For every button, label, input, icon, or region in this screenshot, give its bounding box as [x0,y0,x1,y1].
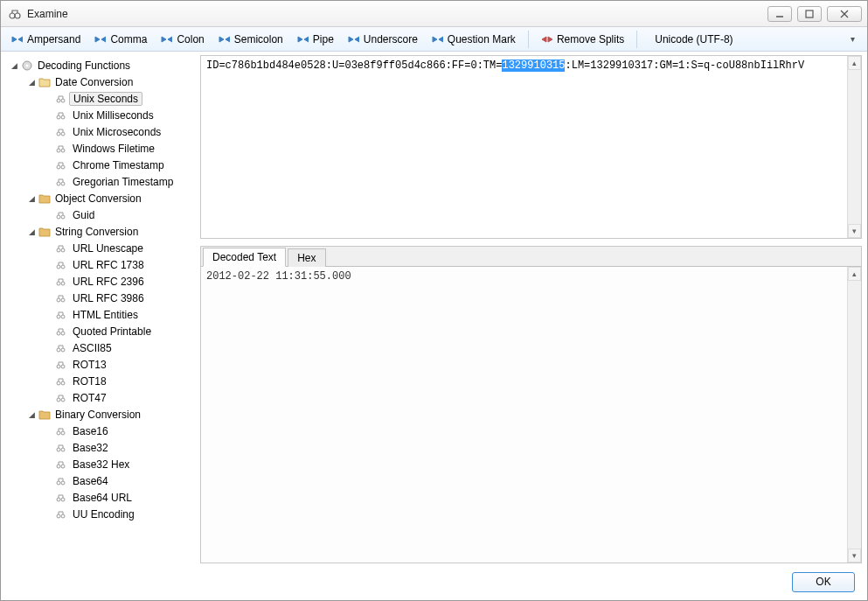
tree-item[interactable]: Base16 [6,423,195,439]
svg-point-21 [61,215,65,219]
tree-panel[interactable]: ◢Decoding Functions◢Date ConversionUnix … [6,55,195,563]
toolbar: Ampersand Comma Colon Semicolon Pipe Und… [1,27,867,52]
tree-item[interactable]: Guid [6,206,195,223]
tree-group[interactable]: ◢Object Conversion [6,190,195,206]
svg-point-42 [57,431,60,435]
tree-item[interactable]: Base64 URL [6,489,195,506]
tree-item[interactable]: Base32 Hex [6,456,195,472]
tree-group[interactable]: ◢String Conversion [6,223,195,240]
button-label: Colon [177,33,204,45]
tree-group[interactable]: ◢Date Conversion [6,73,195,90]
svg-point-7 [26,64,29,66]
split-pipe-button[interactable]: Pipe [292,31,339,47]
expand-icon[interactable]: ◢ [8,61,20,70]
ok-button[interactable]: OK [792,572,855,592]
split-icon [161,33,173,45]
tree-group[interactable]: ◢Binary Conversion [6,406,195,423]
split-icon [432,33,444,45]
tree-item[interactable]: URL RFC 3986 [6,290,195,306]
svg-point-26 [57,282,60,285]
tree-item[interactable]: URL Unescape [6,240,195,256]
tree-node-icon [55,325,69,339]
button-label: Remove Splits [557,33,624,45]
tree-item[interactable]: Unix Milliseconds [6,107,195,123]
tree-node-label: Unix Microseconds [73,126,161,138]
tree-item[interactable]: URL RFC 2396 [6,273,195,290]
footer: OK [1,563,867,600]
svg-point-9 [61,99,65,102]
minimize-button[interactable] [767,6,792,22]
tree-item[interactable]: UU Encoding [6,506,195,522]
tree-node-icon [55,142,69,156]
tree-item[interactable]: Unix Seconds [6,90,195,107]
tree-item[interactable]: Windows Filetime [6,140,195,157]
svg-point-53 [61,514,65,518]
scrollbar[interactable]: ▴ ▾ [847,56,861,238]
encoding-dropdown[interactable]: ▾ [651,31,862,48]
tree-item[interactable]: ROT13 [6,356,195,373]
chevron-down-icon: ▾ [844,34,862,44]
tree-node-label: Unix Seconds [73,93,138,105]
tree-node-label: Quoted Printable [73,325,151,338]
split-icon [11,33,24,45]
tree-item[interactable]: ROT47 [6,389,195,406]
expand-icon[interactable]: ◢ [25,227,38,236]
expand-icon[interactable]: ◢ [25,194,38,203]
input-text[interactable]: ID=c786b1bd484e0528:U=03e8f9ff05d4c866:F… [201,56,847,238]
tree-node-label: Chrome Timestamp [73,159,164,171]
split-semicolon-button[interactable]: Semicolon [213,31,288,47]
tree-item[interactable]: Gregorian Timestamp [6,173,195,190]
svg-point-29 [61,298,65,302]
tree-node-label: ROT18 [73,375,107,388]
split-underscore-button[interactable]: Underscore [343,31,423,47]
split-question-button[interactable]: Question Mark [427,31,521,47]
scroll-up-icon[interactable]: ▴ [848,56,861,70]
tree-item[interactable]: URL RFC 1738 [6,256,195,273]
tree-item[interactable]: Base32 [6,439,195,456]
button-label: Pipe [313,33,334,45]
tab-hex[interactable]: Hex [288,248,325,267]
tree-node-icon [55,108,69,122]
scroll-down-icon[interactable]: ▾ [848,224,861,238]
button-label: Semicolon [234,33,283,45]
svg-point-37 [61,365,65,368]
tree-item[interactable]: Unix Microseconds [6,123,195,140]
tree-node-label: Gregorian Timestamp [73,176,173,188]
svg-point-18 [57,182,60,185]
svg-point-35 [61,348,65,352]
expand-icon[interactable]: ◢ [25,78,38,87]
svg-rect-3 [806,10,813,17]
tree-item[interactable]: ASCII85 [6,339,195,356]
output-area: Decoded Text Hex 2012-02-22 11:31:55.000… [200,246,862,563]
encoding-value[interactable] [651,31,844,48]
decoded-output[interactable]: 2012-02-22 11:31:55.000 [201,267,847,563]
button-label: Ampersand [27,33,80,45]
close-button[interactable] [827,6,862,22]
tree-item[interactable]: Base64 [6,472,195,489]
tree-root[interactable]: ◢Decoding Functions [6,57,195,73]
app-icon [8,7,22,21]
split-comma-button[interactable]: Comma [89,31,152,47]
tree-node-label: Object Conversion [55,192,142,205]
scroll-up-icon[interactable]: ▴ [848,267,861,281]
tree-item[interactable]: HTML Entities [6,306,195,323]
toolbar-separator [636,31,637,48]
tree-item[interactable]: ROT18 [6,373,195,389]
expand-icon[interactable]: ◢ [25,410,38,419]
scrollbar[interactable]: ▴ ▾ [847,267,861,563]
split-colon-button[interactable]: Colon [156,31,209,47]
tree-node-label: ASCII85 [73,342,112,354]
maximize-button[interactable] [797,6,822,22]
svg-point-25 [61,265,65,269]
scroll-down-icon[interactable]: ▾ [848,549,861,563]
remove-splits-button[interactable]: Remove Splits [536,31,629,47]
split-ampersand-button[interactable]: Ampersand [6,31,86,47]
tab-decoded-text[interactable]: Decoded Text [203,248,286,267]
input-selection: 1329910315 [502,59,565,72]
svg-point-16 [57,165,60,169]
tree-item[interactable]: Quoted Printable [6,323,195,339]
input-pane[interactable]: ID=c786b1bd484e0528:U=03e8f9ff05d4c866:F… [200,55,862,239]
tree-node-label: String Conversion [55,226,138,238]
tree-item[interactable]: Chrome Timestamp [6,157,195,173]
tree-node-label: UU Encoding [73,508,135,521]
